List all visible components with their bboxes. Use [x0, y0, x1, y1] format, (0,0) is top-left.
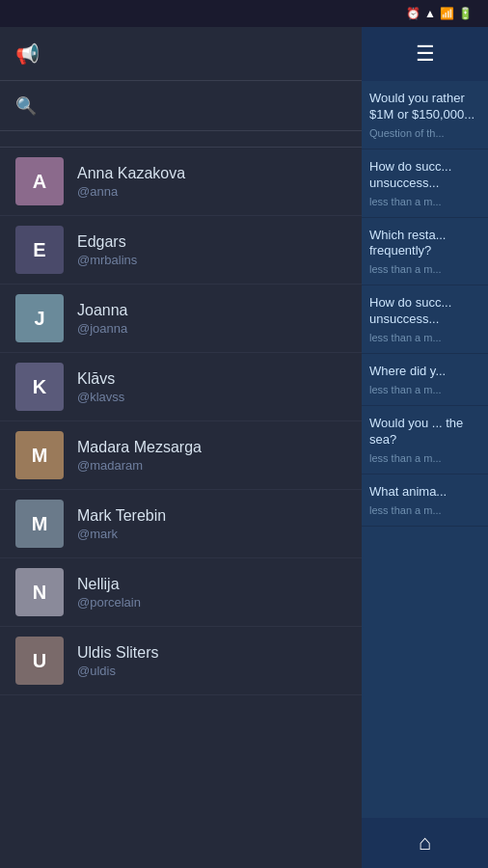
friend-item-edgars[interactable]: E Edgars @mrbalins [0, 216, 362, 285]
question-text: Where did y... [369, 364, 480, 380]
question-meta: less than a m... [369, 196, 480, 207]
avatar-placeholder: M [15, 500, 64, 548]
question-item-5[interactable]: Would you ... the sea? less than a m... [362, 406, 488, 475]
avatar-placeholder: U [15, 637, 64, 685]
friends-list: A Anna Kazakova @anna E Edgars @mrbalins… [0, 148, 362, 868]
friend-avatar-klavs: K [15, 363, 64, 411]
friend-handle: @klavss [77, 390, 124, 404]
friend-item-nellija[interactable]: N Nellija @porcelain [0, 558, 362, 627]
friend-name: Joanna [77, 302, 128, 319]
hamburger-icon[interactable]: ☰ [416, 43, 435, 65]
question-meta: less than a m... [369, 332, 480, 343]
friend-item-uldis[interactable]: U Uldis Sliters @uldis [0, 627, 362, 695]
friend-info-klavs: Klāvs @klavss [77, 370, 124, 404]
question-text: Which resta... frequently? [369, 228, 480, 260]
friend-name: Mark Terebin [77, 507, 166, 525]
friend-avatar-edgars: E [15, 226, 64, 274]
question-item-0[interactable]: Would you rather $1M or $150,000... Ques… [362, 81, 488, 149]
question-meta: less than a m... [369, 384, 480, 395]
friend-info-uldis: Uldis Sliters @uldis [77, 644, 158, 678]
question-item-1[interactable]: How do succ... unsuccess... less than a … [362, 149, 488, 218]
questions-list: Would you rather $1M or $150,000... Ques… [362, 81, 488, 818]
friend-info-edgars: Edgars @mrbalins [77, 233, 137, 267]
question-meta: less than a m... [369, 452, 480, 464]
signal-icon: ▲ [424, 7, 436, 20]
status-icons: ⏰ ▲ 📶 🔋 [406, 7, 473, 20]
friend-avatar-anna: A [15, 157, 64, 205]
avatar-placeholder: K [15, 363, 64, 411]
wifi-icon: 📶 [440, 7, 454, 20]
search-bar[interactable]: 🔍 [0, 81, 362, 131]
friend-name: Edgars [77, 233, 137, 251]
friend-name: Anna Kazakova [77, 165, 185, 182]
friend-item-anna[interactable]: A Anna Kazakova @anna [0, 148, 362, 216]
question-text: Would you ... the sea? [369, 416, 480, 448]
question-text: How do succ... unsuccess... [369, 159, 480, 192]
avatar-placeholder: A [15, 157, 64, 205]
friend-name: Uldis Sliters [77, 644, 158, 662]
friend-avatar-mark: M [15, 500, 64, 548]
question-meta: Question of th... [369, 127, 480, 139]
status-bar: ⏰ ▲ 📶 🔋 [0, 0, 488, 27]
home-icon[interactable]: ⌂ [419, 830, 431, 855]
avatar-placeholder: N [15, 568, 64, 616]
friend-avatar-madara: M [15, 431, 64, 479]
friend-name: Madara Mezsarga [77, 439, 202, 456]
question-item-3[interactable]: How do succ... unsuccess... less than a … [362, 285, 488, 354]
friend-handle: @joanna [77, 321, 128, 336]
friend-item-joanna[interactable]: J Joanna @joanna [0, 285, 362, 353]
friend-avatar-uldis: U [15, 637, 64, 685]
friend-handle: @madaram [77, 458, 202, 473]
main-layout: 📢 🔍 A Anna Kazakova @anna E Edgars [0, 27, 488, 868]
question-text: Would you rather $1M or $150,000... [369, 91, 480, 123]
friend-name: Nellija [77, 576, 141, 593]
question-meta: less than a m... [369, 263, 480, 275]
share-icon: 📢 [15, 42, 40, 66]
friend-avatar-nellija: N [15, 568, 64, 616]
friend-item-klavs[interactable]: K Klāvs @klavss [0, 353, 362, 421]
question-item-2[interactable]: Which resta... frequently? less than a m… [362, 218, 488, 286]
question-meta: less than a m... [369, 504, 480, 516]
friend-item-madara[interactable]: M Madara Mezsarga @madaram [0, 421, 362, 490]
friend-handle: @porcelain [77, 595, 141, 610]
left-panel: 📢 🔍 A Anna Kazakova @anna E Edgars [0, 27, 362, 868]
battery-icon: 🔋 [458, 7, 473, 20]
right-footer[interactable]: ⌂ [362, 818, 488, 868]
friend-handle: @mark [77, 527, 166, 541]
question-text: How do succ... unsuccess... [369, 295, 480, 328]
friend-info-anna: Anna Kazakova @anna [77, 165, 185, 199]
friend-name: Klāvs [77, 370, 124, 388]
question-item-6[interactable]: What anima... less than a m... [362, 475, 488, 527]
friend-handle: @anna [77, 184, 185, 199]
friend-info-mark: Mark Terebin @mark [77, 507, 166, 541]
question-text: What anima... [369, 484, 480, 501]
friend-handle: @mrbalins [77, 253, 137, 267]
avatar-placeholder: J [15, 294, 64, 342]
friend-handle: @uldis [77, 664, 158, 678]
avatar-placeholder: E [15, 226, 64, 274]
friend-item-mark[interactable]: M Mark Terebin @mark [0, 490, 362, 558]
friend-info-nellija: Nellija @porcelain [77, 576, 141, 610]
friend-info-joanna: Joanna @joanna [77, 302, 128, 336]
friend-avatar-joanna: J [15, 294, 64, 342]
friends-header [0, 131, 362, 148]
search-icon: 🔍 [15, 95, 37, 117]
right-panel: ☰ Would you rather $1M or $150,000... Qu… [362, 27, 488, 868]
avatar-placeholder: M [15, 431, 64, 479]
alarm-icon: ⏰ [406, 7, 420, 20]
question-item-4[interactable]: Where did y... less than a m... [362, 354, 488, 406]
share-header: 📢 [0, 27, 362, 81]
right-header[interactable]: ☰ [362, 27, 488, 81]
friend-info-madara: Madara Mezsarga @madaram [77, 439, 202, 473]
